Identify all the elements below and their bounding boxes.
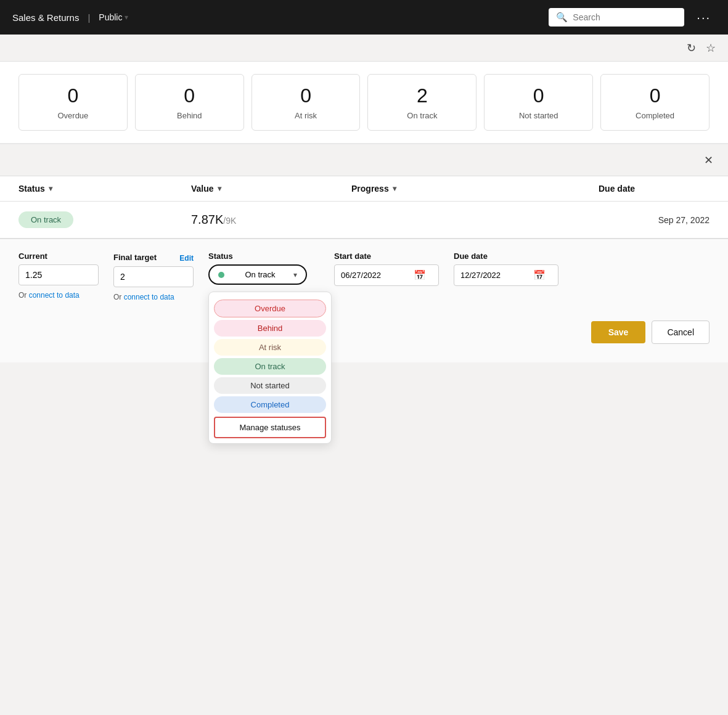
status-dropdown-menu: Overdue Behind At risk On track Not star…	[208, 292, 332, 444]
on-track-count: 2	[417, 84, 428, 107]
header-divider: |	[88, 12, 90, 23]
final-target-label: Final target	[113, 253, 157, 262]
close-filter-button[interactable]: ✕	[704, 153, 713, 167]
connect-prefix: Or	[18, 291, 29, 300]
col-value-label: Value	[191, 184, 214, 194]
edit-panel: Current Or connect to data Final target …	[0, 239, 728, 362]
search-icon: 🔍	[556, 12, 568, 23]
behind-count: 0	[184, 84, 195, 107]
final-target-field: Final target Edit Or connect to data	[113, 251, 194, 302]
dropdown-item-at-risk[interactable]: At risk	[214, 339, 326, 356]
row-value: 7.87K/9K	[191, 213, 351, 227]
col-header-due: Due date	[599, 184, 710, 194]
cancel-button[interactable]: Cancel	[652, 321, 710, 344]
row-status: On track	[18, 211, 191, 228]
start-date-input[interactable]	[341, 271, 409, 280]
action-buttons: Save Cancel	[18, 321, 710, 344]
status-field-label: Status	[208, 251, 307, 261]
due-date-input[interactable]	[460, 271, 528, 280]
status-select-button[interactable]: On track ▾	[208, 264, 307, 285]
chevron-down-icon: ▾	[125, 13, 128, 22]
column-headers: Status ▾ Value ▾ Progress ▾ Due date	[0, 176, 728, 202]
completed-count: 0	[650, 84, 661, 107]
due-date-field: Due date 📅	[454, 251, 558, 286]
search-box[interactable]: 🔍	[549, 8, 684, 27]
filter-bar: ✕	[0, 144, 728, 176]
summary-section: 0 Overdue 0 Behind 0 At risk 2 On track …	[0, 62, 728, 144]
dropdown-item-overdue[interactable]: Overdue	[214, 300, 326, 317]
col-due-label: Due date	[599, 184, 635, 194]
col-header-value[interactable]: Value ▾	[191, 184, 351, 194]
dropdown-item-not-started[interactable]: Not started	[214, 377, 326, 394]
toolbar: ↻ ☆	[0, 35, 728, 62]
connect-to-data-row: Or connect to data	[18, 289, 99, 300]
status-select-value: On track	[245, 270, 275, 279]
at-risk-label: At risk	[295, 111, 317, 120]
edit-row: Current Or connect to data Final target …	[18, 251, 710, 302]
search-input[interactable]	[573, 12, 677, 22]
header-right-area: 🔍 ···	[549, 8, 716, 27]
col-progress-label: Progress	[351, 184, 389, 194]
dropdown-item-behind[interactable]: Behind	[214, 320, 326, 337]
due-date-label: Due date	[454, 251, 558, 261]
data-row[interactable]: On track 7.87K/9K Sep 27, 2022	[0, 202, 728, 239]
status-field: Status On track ▾ Overdue Behind At risk…	[208, 251, 307, 285]
chevron-down-icon: ▾	[218, 184, 221, 193]
calendar-icon-due[interactable]: 📅	[533, 269, 546, 281]
chevron-down-icon: ▾	[293, 271, 297, 279]
current-label: Current	[18, 251, 99, 261]
status-badge-on-track: On track	[18, 211, 73, 228]
visibility-label: Public	[99, 12, 122, 22]
connect-prefix2: Or	[113, 293, 124, 301]
current-input[interactable]	[18, 264, 99, 285]
connect-to-data-link[interactable]: connect to data	[29, 291, 80, 300]
on-track-label: On track	[407, 111, 437, 120]
edit-link[interactable]: Edit	[179, 254, 194, 263]
overdue-label: Overdue	[57, 111, 88, 120]
col-status-label: Status	[18, 184, 45, 194]
save-button[interactable]: Save	[591, 321, 646, 343]
not-started-count: 0	[533, 84, 544, 107]
row-value-number: 7.87K	[191, 213, 223, 226]
app-header: Sales & Returns | Public ▾ 🔍 ···	[0, 0, 728, 35]
start-date-label: Start date	[334, 251, 439, 261]
visibility-selector[interactable]: Public ▾	[99, 12, 128, 22]
manage-statuses-button[interactable]: Manage statuses	[214, 417, 326, 438]
calendar-icon[interactable]: 📅	[414, 269, 426, 281]
col-header-progress[interactable]: Progress ▾	[351, 184, 599, 194]
summary-card-not-started[interactable]: 0 Not started	[484, 74, 593, 131]
summary-card-overdue[interactable]: 0 Overdue	[18, 74, 128, 131]
start-date-input-wrap: 📅	[334, 264, 439, 286]
row-value-unit: /9K	[223, 216, 236, 226]
final-target-input[interactable]	[113, 266, 194, 287]
row-due-date: Sep 27, 2022	[599, 215, 710, 225]
col-header-status[interactable]: Status ▾	[18, 184, 191, 194]
at-risk-count: 0	[300, 84, 311, 107]
connect-to-data-link2[interactable]: connect to data	[124, 293, 174, 301]
on-track-dot	[218, 272, 224, 278]
dropdown-item-completed[interactable]: Completed	[214, 396, 326, 413]
due-date-input-wrap: 📅	[454, 264, 558, 286]
summary-card-behind[interactable]: 0 Behind	[135, 74, 244, 131]
overdue-count: 0	[68, 84, 79, 107]
current-field: Current Or connect to data	[18, 251, 99, 300]
more-options-button[interactable]: ···	[692, 8, 716, 27]
connect-to-data-row2: Or connect to data	[113, 291, 194, 302]
summary-card-completed[interactable]: 0 Completed	[600, 74, 710, 131]
favorite-icon[interactable]: ☆	[706, 41, 716, 55]
chevron-down-icon: ▾	[393, 184, 396, 193]
status-dropdown-wrapper: On track ▾ Overdue Behind At risk On tra…	[208, 264, 307, 285]
refresh-icon[interactable]: ↻	[687, 41, 696, 55]
not-started-label: Not started	[519, 111, 558, 120]
chevron-down-icon: ▾	[49, 184, 52, 193]
completed-label: Completed	[636, 111, 674, 120]
summary-card-at-risk[interactable]: 0 At risk	[252, 74, 361, 131]
dropdown-item-on-track[interactable]: On track	[214, 358, 326, 375]
header-title-area: Sales & Returns | Public ▾	[12, 12, 128, 23]
start-date-field: Start date 📅	[334, 251, 439, 286]
behind-label: Behind	[177, 111, 202, 120]
app-title: Sales & Returns	[12, 12, 79, 23]
summary-card-on-track[interactable]: 2 On track	[367, 74, 476, 131]
